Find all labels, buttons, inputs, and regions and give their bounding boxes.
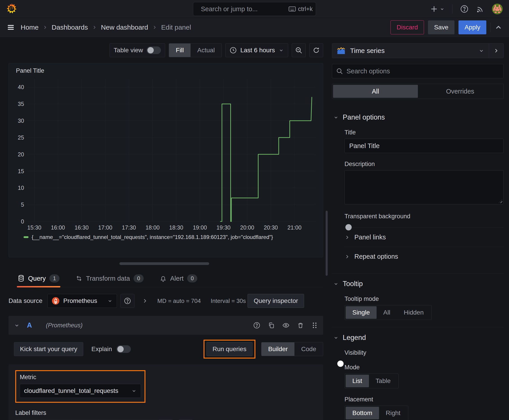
label-filters-label: Label filters [15,409,316,416]
help-button[interactable] [460,5,469,13]
global-search[interactable]: ctrl+k [193,2,316,16]
fill-option[interactable]: Fill [169,44,190,57]
time-series-chart[interactable]: 051015202530354015:3016:0016:3017:0017:3… [13,75,319,232]
actual-option[interactable]: Actual [190,44,221,57]
metric-value: cloudflared_tunnel_total_requests [24,387,118,394]
divider [490,23,491,32]
legend-series-marker [23,236,29,238]
legend-placement-group: Bottom Right [344,406,408,420]
news-button[interactable] [476,5,484,13]
legend-placement-right[interactable]: Right [379,407,407,419]
tooltip-mode-all[interactable]: All [377,306,397,319]
builder-code-segment: Builder Code [261,342,323,356]
duplicate-query-button[interactable] [268,322,275,329]
visualization-select[interactable]: Time series [332,43,489,58]
zoom-out-icon [295,47,302,54]
legend-mode-table[interactable]: Table [369,375,397,387]
datasource-help-button[interactable] [121,294,134,308]
svg-text:18:30: 18:30 [169,224,183,231]
panel-resize-handle[interactable] [119,262,209,265]
tab-all[interactable]: All [333,85,418,98]
tab-transform-data[interactable]: Transform data 0 [75,271,144,287]
breadcrumb-bar: Home Dashboards New dashboard Edit panel… [0,18,509,37]
metric-annotation: Metric cloudflared_tunnel_total_requests [15,370,145,403]
search-options-input[interactable] [347,68,499,75]
chart-legend[interactable]: {__name__="cloudflared_tunnel_total_requ… [13,232,319,240]
chevron-down-icon [131,388,137,394]
new-menu-button[interactable] [430,5,445,13]
run-queries-button[interactable]: Run queries [206,342,252,356]
datasource-name: Prometheus [63,297,97,304]
time-range-label: Last 6 hours [240,47,275,54]
scrollbar-thumb[interactable] [326,211,328,276]
expand-chevron-icon[interactable] [142,298,148,304]
chevron-down-icon [279,48,284,53]
options-tabs: All Overrides [332,84,504,99]
chevron-right-icon [92,25,97,30]
bell-icon [160,275,167,282]
svg-text:19:30: 19:30 [217,224,231,231]
keyboard-icon [289,6,296,12]
repeat-options-section[interactable]: Repeat options [344,247,504,266]
query-help-button[interactable] [253,322,260,329]
panel-options-header[interactable]: Panel options [332,113,504,121]
legend-header[interactable]: Legend [332,334,504,342]
breadcrumb-dashboards[interactable]: Dashboards [52,23,88,31]
collapse-options-button[interactable] [495,23,502,31]
query-row-header[interactable]: A (Prometheus) [8,316,323,335]
code-option[interactable]: Code [295,342,323,356]
save-button[interactable]: Save [428,20,455,34]
metric-select[interactable]: cloudflared_tunnel_total_requests [20,384,141,398]
tab-query[interactable]: Query 1 [17,271,60,287]
svg-text:10: 10 [18,185,24,191]
drag-query-handle[interactable] [311,322,318,329]
time-range-picker[interactable]: Last 6 hours [225,43,288,57]
breadcrumb-new-dashboard[interactable]: New dashboard [101,23,148,31]
refresh-button[interactable] [309,43,323,57]
tooltip-mode-hidden[interactable]: Hidden [397,306,430,319]
zoom-out-button[interactable] [292,43,306,57]
eye-icon [282,322,289,329]
apply-button[interactable]: Apply [458,20,486,34]
open-viz-picker-button[interactable] [489,43,504,58]
legend-section: Legend Visibility Mode List Table Placem… [332,327,504,420]
legend-mode-list[interactable]: List [346,375,369,387]
table-view-label: Table view [114,47,143,54]
chevron-down-icon [479,48,484,54]
search-icon [336,68,343,75]
discard-button[interactable]: Discard [390,20,424,34]
avatar[interactable] [492,4,503,14]
panel-title: Panel Title [13,66,319,75]
kick-start-button[interactable]: Kick start your query [14,342,83,356]
plus-icon [430,5,438,13]
panel-links-section[interactable]: Panel links [344,227,504,247]
tab-overrides[interactable]: Overrides [418,85,503,98]
builder-option[interactable]: Builder [261,342,295,356]
svg-text:40: 40 [18,84,24,90]
table-view-toggle[interactable] [146,46,161,54]
description-textarea[interactable] [344,170,504,204]
delete-query-button[interactable] [297,322,304,329]
panel-title-input[interactable] [344,139,504,153]
search-options-box[interactable] [332,64,504,78]
query-editor-body: Kick start your query Explain Run querie… [8,335,323,359]
explain-toggle[interactable] [116,345,131,353]
datasource-select[interactable]: Prometheus [47,294,117,308]
grafana-logo[interactable] [6,3,17,15]
run-queries-annotation: Run queries [204,340,255,359]
search-input[interactable] [201,5,285,13]
timeseries-viz-icon [337,46,346,55]
tab-alert[interactable]: Alert 0 [159,271,198,287]
legend-placement-bottom[interactable]: Bottom [346,407,379,419]
tooltip-header[interactable]: Tooltip [332,280,504,288]
menu-toggle-button[interactable] [7,23,15,31]
clock-icon [230,47,237,54]
transform-count-badge: 0 [134,274,144,283]
toggle-visibility-button[interactable] [282,322,289,329]
query-inspector-button[interactable]: Query inspector [248,294,304,308]
breadcrumb-home[interactable]: Home [21,23,38,31]
copy-icon [268,322,275,329]
divider [452,4,452,14]
tooltip-mode-single[interactable]: Single [346,306,377,319]
chevron-right-icon [344,254,350,259]
